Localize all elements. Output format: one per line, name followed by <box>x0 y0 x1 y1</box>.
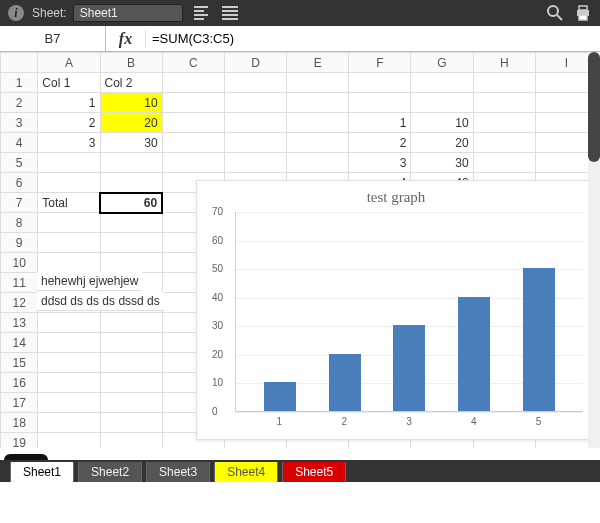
sheet-name-input[interactable] <box>73 4 183 22</box>
col-header-G[interactable]: G <box>411 53 473 73</box>
row-header-9[interactable]: 9 <box>1 233 38 253</box>
row-header-17[interactable]: 17 <box>1 393 38 413</box>
cell-B16[interactable] <box>100 373 162 393</box>
align-justify-icon[interactable] <box>221 4 239 22</box>
cell-A7[interactable]: Total <box>38 193 100 213</box>
cell-A14[interactable] <box>38 333 100 353</box>
cell-E2[interactable] <box>287 93 349 113</box>
cell-B12[interactable] <box>100 293 162 313</box>
cell-G5[interactable]: 30 <box>411 153 473 173</box>
align-left-icon[interactable] <box>193 4 211 22</box>
col-header-H[interactable]: H <box>473 53 535 73</box>
search-icon[interactable] <box>546 4 564 22</box>
cell-A4[interactable]: 3 <box>38 133 100 153</box>
cell-H1[interactable] <box>473 73 535 93</box>
col-header-F[interactable]: F <box>349 53 411 73</box>
cell-F5[interactable]: 3 <box>349 153 411 173</box>
cell-B18[interactable] <box>100 413 162 433</box>
cell-C1[interactable] <box>162 73 224 93</box>
cell-B1[interactable]: Col 2 <box>100 73 162 93</box>
row-header-3[interactable]: 3 <box>1 113 38 133</box>
cell-A8[interactable] <box>38 213 100 233</box>
cell-A17[interactable] <box>38 393 100 413</box>
row-header-4[interactable]: 4 <box>1 133 38 153</box>
cell-B14[interactable] <box>100 333 162 353</box>
row-header-14[interactable]: 14 <box>1 333 38 353</box>
embedded-chart[interactable]: test graph 010203040506070 12345 <box>196 180 596 440</box>
cell-F3[interactable]: 1 <box>349 113 411 133</box>
cell-F4[interactable]: 2 <box>349 133 411 153</box>
cell-A12[interactable] <box>38 293 100 313</box>
sheet-tab-sheet1[interactable]: Sheet1 <box>10 462 74 482</box>
row-header-13[interactable]: 13 <box>1 313 38 333</box>
cell-A3[interactable]: 2 <box>38 113 100 133</box>
info-icon[interactable]: i <box>8 5 24 21</box>
cell-A2[interactable]: 1 <box>38 93 100 113</box>
row-header-1[interactable]: 1 <box>1 73 38 93</box>
row-header-16[interactable]: 16 <box>1 373 38 393</box>
cell-B8[interactable] <box>100 213 162 233</box>
cell-B5[interactable] <box>100 153 162 173</box>
cell-B11[interactable] <box>100 273 162 293</box>
cell-reference[interactable]: B7 <box>0 26 106 51</box>
print-icon[interactable] <box>574 4 592 22</box>
cell-E3[interactable] <box>287 113 349 133</box>
cell-B13[interactable] <box>100 313 162 333</box>
cell-D1[interactable] <box>224 73 286 93</box>
cell-C4[interactable] <box>162 133 224 153</box>
cell-A13[interactable] <box>38 313 100 333</box>
spreadsheet-grid[interactable]: ABCDEFGHI1Col 1Col 221103220110433022053… <box>0 52 600 482</box>
col-header-C[interactable]: C <box>162 53 224 73</box>
cell-A10[interactable] <box>38 253 100 273</box>
col-header-A[interactable]: A <box>38 53 100 73</box>
col-header-B[interactable]: B <box>100 53 162 73</box>
vertical-scrollbar[interactable] <box>588 52 600 482</box>
row-header-7[interactable]: 7 <box>1 193 38 213</box>
cell-C3[interactable] <box>162 113 224 133</box>
row-header-8[interactable]: 8 <box>1 213 38 233</box>
cell-D2[interactable] <box>224 93 286 113</box>
cell-H3[interactable] <box>473 113 535 133</box>
formula-input[interactable] <box>146 26 600 51</box>
sheet-tab-sheet4[interactable]: Sheet4 <box>214 462 278 482</box>
row-header-11[interactable]: 11 <box>1 273 38 293</box>
cell-B7[interactable]: 60 <box>100 193 162 213</box>
cell-B4[interactable]: 30 <box>100 133 162 153</box>
vertical-scroll-thumb[interactable] <box>588 52 600 162</box>
col-header-E[interactable]: E <box>287 53 349 73</box>
cell-D5[interactable] <box>224 153 286 173</box>
cell-A18[interactable] <box>38 413 100 433</box>
cell-H4[interactable] <box>473 133 535 153</box>
row-header-12[interactable]: 12 <box>1 293 38 313</box>
cell-G3[interactable]: 10 <box>411 113 473 133</box>
row-header-18[interactable]: 18 <box>1 413 38 433</box>
row-header-2[interactable]: 2 <box>1 93 38 113</box>
row-header-10[interactable]: 10 <box>1 253 38 273</box>
row-header-5[interactable]: 5 <box>1 153 38 173</box>
cell-F2[interactable] <box>349 93 411 113</box>
cell-A1[interactable]: Col 1 <box>38 73 100 93</box>
cell-C2[interactable] <box>162 93 224 113</box>
cell-B10[interactable] <box>100 253 162 273</box>
sheet-tab-sheet5[interactable]: Sheet5 <box>282 462 346 482</box>
cell-G2[interactable] <box>411 93 473 113</box>
cell-E4[interactable] <box>287 133 349 153</box>
cell-F1[interactable] <box>349 73 411 93</box>
cell-B17[interactable] <box>100 393 162 413</box>
col-header-D[interactable]: D <box>224 53 286 73</box>
cell-A11[interactable] <box>38 273 100 293</box>
sheet-tab-sheet2[interactable]: Sheet2 <box>78 462 142 482</box>
cell-B15[interactable] <box>100 353 162 373</box>
row-header-15[interactable]: 15 <box>1 353 38 373</box>
cell-A16[interactable] <box>38 373 100 393</box>
cell-A15[interactable] <box>38 353 100 373</box>
cell-H5[interactable] <box>473 153 535 173</box>
cell-B9[interactable] <box>100 233 162 253</box>
cell-B6[interactable] <box>100 173 162 193</box>
cell-B2[interactable]: 10 <box>100 93 162 113</box>
cell-E1[interactable] <box>287 73 349 93</box>
cell-E5[interactable] <box>287 153 349 173</box>
cell-A5[interactable] <box>38 153 100 173</box>
cell-B3[interactable]: 20 <box>100 113 162 133</box>
cell-D3[interactable] <box>224 113 286 133</box>
